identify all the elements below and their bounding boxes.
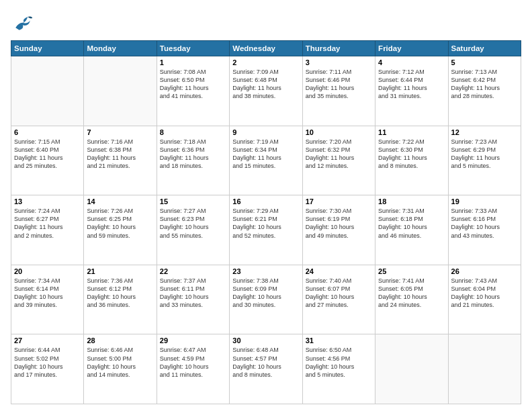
calendar-week-5: 27Sunrise: 6:44 AM Sunset: 5:02 PM Dayli… <box>11 334 521 404</box>
cell-day-number: 2 <box>232 58 299 66</box>
calendar-cell: 11Sunrise: 7:22 AM Sunset: 6:30 PM Dayli… <box>375 126 448 195</box>
calendar-cell: 31Sunrise: 6:50 AM Sunset: 4:56 PM Dayli… <box>302 334 375 404</box>
cell-day-number: 15 <box>160 197 226 205</box>
calendar-cell: 3Sunrise: 7:11 AM Sunset: 6:46 PM Daylig… <box>302 56 375 126</box>
cell-info: Sunrise: 7:33 AM Sunset: 6:16 PM Dayligh… <box>451 207 518 240</box>
logo <box>11 11 36 35</box>
day-header-sunday: Sunday <box>11 41 84 56</box>
calendar-table: SundayMondayTuesdayWednesdayThursdayFrid… <box>11 40 521 404</box>
cell-info: Sunrise: 7:30 AM Sunset: 6:19 PM Dayligh… <box>306 207 372 240</box>
cell-day-number: 27 <box>14 336 81 345</box>
cell-day-number: 6 <box>14 128 81 136</box>
cell-info: Sunrise: 7:27 AM Sunset: 6:23 PM Dayligh… <box>160 207 226 240</box>
cell-info: Sunrise: 7:34 AM Sunset: 6:14 PM Dayligh… <box>14 277 81 310</box>
calendar-cell <box>11 56 84 126</box>
calendar-cell: 12Sunrise: 7:23 AM Sunset: 6:29 PM Dayli… <box>448 126 521 195</box>
cell-day-number: 31 <box>306 336 372 345</box>
cell-day-number: 10 <box>306 128 372 136</box>
cell-info: Sunrise: 7:16 AM Sunset: 6:38 PM Dayligh… <box>87 138 153 171</box>
calendar-cell: 26Sunrise: 7:43 AM Sunset: 6:04 PM Dayli… <box>448 265 521 334</box>
cell-info: Sunrise: 7:43 AM Sunset: 6:04 PM Dayligh… <box>451 277 518 310</box>
page: SundayMondayTuesdayWednesdayThursdayFrid… <box>0 0 532 411</box>
cell-day-number: 11 <box>378 128 445 136</box>
cell-day-number: 3 <box>306 58 372 66</box>
cell-day-number: 24 <box>306 267 372 275</box>
cell-info: Sunrise: 7:38 AM Sunset: 6:09 PM Dayligh… <box>232 277 299 310</box>
day-header-tuesday: Tuesday <box>157 41 229 56</box>
cell-day-number: 5 <box>451 58 518 66</box>
calendar-cell: 5Sunrise: 7:13 AM Sunset: 6:42 PM Daylig… <box>448 56 521 126</box>
calendar-cell: 4Sunrise: 7:12 AM Sunset: 6:44 PM Daylig… <box>375 56 448 126</box>
day-header-friday: Friday <box>375 41 448 56</box>
calendar-week-3: 13Sunrise: 7:24 AM Sunset: 6:27 PM Dayli… <box>11 195 521 265</box>
calendar-cell: 30Sunrise: 6:48 AM Sunset: 4:57 PM Dayli… <box>230 334 302 404</box>
calendar-cell: 23Sunrise: 7:38 AM Sunset: 6:09 PM Dayli… <box>230 265 302 334</box>
cell-day-number: 17 <box>306 197 372 205</box>
cell-day-number: 7 <box>87 128 153 136</box>
calendar-cell: 24Sunrise: 7:40 AM Sunset: 6:07 PM Dayli… <box>302 265 375 334</box>
cell-info: Sunrise: 7:09 AM Sunset: 6:48 PM Dayligh… <box>232 68 299 101</box>
logo-icon <box>11 11 35 35</box>
day-header-wednesday: Wednesday <box>230 41 302 56</box>
calendar-cell: 8Sunrise: 7:18 AM Sunset: 6:36 PM Daylig… <box>157 126 229 195</box>
cell-day-number: 14 <box>87 197 153 205</box>
calendar-cell: 25Sunrise: 7:41 AM Sunset: 6:05 PM Dayli… <box>375 265 448 334</box>
cell-day-number: 12 <box>451 128 518 136</box>
cell-info: Sunrise: 7:19 AM Sunset: 6:34 PM Dayligh… <box>232 138 299 171</box>
cell-info: Sunrise: 7:37 AM Sunset: 6:11 PM Dayligh… <box>160 277 226 310</box>
calendar-cell: 13Sunrise: 7:24 AM Sunset: 6:27 PM Dayli… <box>11 195 84 265</box>
calendar-cell: 29Sunrise: 6:47 AM Sunset: 4:59 PM Dayli… <box>157 334 229 404</box>
calendar-cell: 18Sunrise: 7:31 AM Sunset: 6:18 PM Dayli… <box>375 195 448 265</box>
cell-day-number: 18 <box>378 197 445 205</box>
day-header-monday: Monday <box>84 41 157 56</box>
calendar-cell: 9Sunrise: 7:19 AM Sunset: 6:34 PM Daylig… <box>230 126 302 195</box>
calendar-header-row: SundayMondayTuesdayWednesdayThursdayFrid… <box>11 41 521 56</box>
cell-info: Sunrise: 7:08 AM Sunset: 6:50 PM Dayligh… <box>160 68 226 101</box>
calendar-week-2: 6Sunrise: 7:15 AM Sunset: 6:40 PM Daylig… <box>11 126 521 195</box>
calendar-cell: 28Sunrise: 6:46 AM Sunset: 5:00 PM Dayli… <box>84 334 157 404</box>
cell-day-number: 22 <box>160 267 226 275</box>
cell-info: Sunrise: 7:18 AM Sunset: 6:36 PM Dayligh… <box>160 138 226 171</box>
cell-day-number: 20 <box>14 267 81 275</box>
cell-day-number: 8 <box>160 128 226 136</box>
header <box>11 11 521 35</box>
calendar-cell: 14Sunrise: 7:26 AM Sunset: 6:25 PM Dayli… <box>84 195 157 265</box>
calendar-cell: 17Sunrise: 7:30 AM Sunset: 6:19 PM Dayli… <box>302 195 375 265</box>
cell-info: Sunrise: 6:50 AM Sunset: 4:56 PM Dayligh… <box>306 346 372 379</box>
cell-info: Sunrise: 7:29 AM Sunset: 6:21 PM Dayligh… <box>232 207 299 240</box>
calendar-cell: 2Sunrise: 7:09 AM Sunset: 6:48 PM Daylig… <box>230 56 302 126</box>
cell-day-number: 26 <box>451 267 518 275</box>
cell-day-number: 13 <box>14 197 81 205</box>
cell-day-number: 29 <box>160 336 226 345</box>
cell-info: Sunrise: 7:41 AM Sunset: 6:05 PM Dayligh… <box>378 277 445 310</box>
calendar-week-4: 20Sunrise: 7:34 AM Sunset: 6:14 PM Dayli… <box>11 265 521 334</box>
cell-day-number: 28 <box>87 336 153 345</box>
calendar-cell: 21Sunrise: 7:36 AM Sunset: 6:12 PM Dayli… <box>84 265 157 334</box>
cell-info: Sunrise: 7:13 AM Sunset: 6:42 PM Dayligh… <box>451 68 518 101</box>
calendar-cell: 6Sunrise: 7:15 AM Sunset: 6:40 PM Daylig… <box>11 126 84 195</box>
cell-day-number: 23 <box>232 267 299 275</box>
calendar-cell: 22Sunrise: 7:37 AM Sunset: 6:11 PM Dayli… <box>157 265 229 334</box>
cell-info: Sunrise: 7:11 AM Sunset: 6:46 PM Dayligh… <box>306 68 372 101</box>
day-header-thursday: Thursday <box>302 41 375 56</box>
cell-info: Sunrise: 7:15 AM Sunset: 6:40 PM Dayligh… <box>14 138 81 171</box>
calendar-cell <box>448 334 521 404</box>
cell-info: Sunrise: 6:44 AM Sunset: 5:02 PM Dayligh… <box>14 346 81 379</box>
cell-day-number: 25 <box>378 267 445 275</box>
cell-day-number: 16 <box>232 197 299 205</box>
cell-day-number: 4 <box>378 58 445 66</box>
cell-info: Sunrise: 7:22 AM Sunset: 6:30 PM Dayligh… <box>378 138 445 171</box>
cell-info: Sunrise: 6:47 AM Sunset: 4:59 PM Dayligh… <box>160 346 226 379</box>
cell-info: Sunrise: 7:20 AM Sunset: 6:32 PM Dayligh… <box>306 138 372 171</box>
calendar-cell: 7Sunrise: 7:16 AM Sunset: 6:38 PM Daylig… <box>84 126 157 195</box>
cell-info: Sunrise: 7:31 AM Sunset: 6:18 PM Dayligh… <box>378 207 445 240</box>
calendar-cell: 19Sunrise: 7:33 AM Sunset: 6:16 PM Dayli… <box>448 195 521 265</box>
cell-day-number: 9 <box>232 128 299 136</box>
cell-info: Sunrise: 7:24 AM Sunset: 6:27 PM Dayligh… <box>14 207 81 240</box>
cell-info: Sunrise: 7:26 AM Sunset: 6:25 PM Dayligh… <box>87 207 153 240</box>
calendar-cell: 20Sunrise: 7:34 AM Sunset: 6:14 PM Dayli… <box>11 265 84 334</box>
calendar-cell <box>375 334 448 404</box>
cell-info: Sunrise: 7:36 AM Sunset: 6:12 PM Dayligh… <box>87 277 153 310</box>
calendar-cell: 15Sunrise: 7:27 AM Sunset: 6:23 PM Dayli… <box>157 195 229 265</box>
cell-day-number: 1 <box>160 58 226 66</box>
